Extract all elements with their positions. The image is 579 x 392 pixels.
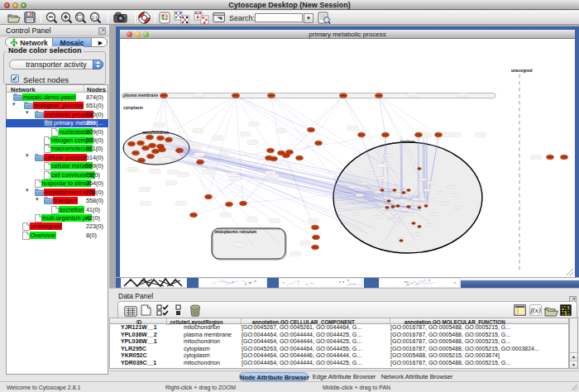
- svg-text:mitochondrion: mitochondrion: [142, 131, 169, 135]
- svg-text:1:1: 1:1: [92, 15, 98, 20]
- svg-text:nucleus: nucleus: [400, 140, 415, 144]
- svg-text:plasma membrane: plasma membrane: [123, 93, 158, 98]
- svg-text:unassigned: unassigned: [511, 69, 533, 73]
- svg-text:endoplasmic reticulum: endoplasmic reticulum: [215, 230, 256, 234]
- svg-text:f(x): f(x): [530, 306, 541, 314]
- svg-text:cytoplasm: cytoplasm: [123, 106, 143, 110]
